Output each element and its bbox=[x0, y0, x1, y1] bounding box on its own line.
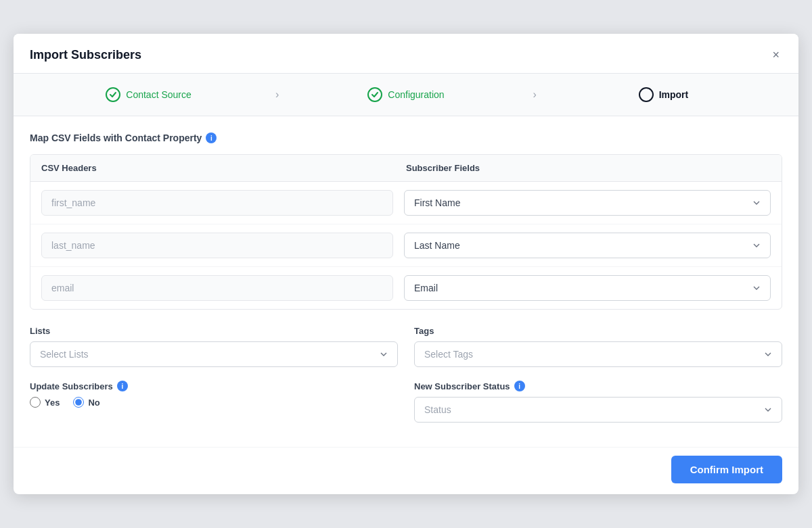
new-subscriber-status-label: New Subscriber Status i bbox=[414, 381, 782, 391]
tags-select[interactable]: Select Tags bbox=[414, 341, 782, 367]
lists-tags-section: Lists Select Lists Tags Select Tags bbox=[30, 326, 782, 367]
modal-title: Import Subscribers bbox=[30, 48, 141, 62]
tags-label: Tags bbox=[414, 326, 782, 336]
mapping-row-first-name: First Name Last Name Email bbox=[30, 182, 782, 224]
close-button[interactable]: × bbox=[769, 46, 782, 64]
lists-select[interactable]: Select Lists bbox=[30, 341, 398, 367]
mapping-row-last-name: First Name Last Name Email bbox=[30, 224, 782, 267]
mapping-info-icon[interactable]: i bbox=[206, 133, 217, 143]
import-subscribers-modal: Import Subscribers × Contact Source › Co… bbox=[14, 34, 798, 494]
csv-field-first-name bbox=[41, 190, 393, 216]
stepper: Contact Source › Configuration › Import bbox=[14, 74, 798, 116]
new-subscriber-status-info-icon[interactable]: i bbox=[514, 381, 525, 391]
radio-yes-text: Yes bbox=[45, 398, 60, 408]
update-subscribers-info-icon[interactable]: i bbox=[117, 381, 128, 391]
lists-label: Lists bbox=[30, 326, 398, 336]
mapping-row-email: First Name Last Name Email bbox=[30, 267, 782, 309]
update-subscribers-group: Update Subscribers i Yes No bbox=[30, 381, 398, 423]
mapping-table-header: CSV Headers Subscriber Fields bbox=[30, 155, 782, 182]
update-subscribers-label: Update Subscribers i bbox=[30, 381, 398, 391]
lists-group: Lists Select Lists bbox=[30, 326, 398, 367]
mapping-section-title: Map CSV Fields with Contact Property i bbox=[30, 133, 782, 143]
subscriber-field-last-name[interactable]: First Name Last Name Email bbox=[404, 233, 771, 258]
stepper-separator-2: › bbox=[525, 89, 545, 101]
new-subscriber-status-group: New Subscriber Status i Status bbox=[414, 381, 782, 423]
csv-field-last-name bbox=[41, 233, 393, 258]
radio-yes-label[interactable]: Yes bbox=[30, 397, 60, 408]
step-contact-source: Contact Source bbox=[30, 87, 267, 102]
subscriber-field-first-name[interactable]: First Name Last Name Email bbox=[404, 190, 771, 216]
radio-no-label[interactable]: No bbox=[73, 397, 99, 408]
configuration-check-icon bbox=[367, 87, 382, 102]
lists-select-wrapper: Select Lists bbox=[30, 341, 398, 367]
confirm-import-button[interactable]: Confirm Import bbox=[671, 456, 782, 483]
subscriber-field-email[interactable]: First Name Last Name Email bbox=[404, 275, 771, 301]
stepper-separator-1: › bbox=[267, 89, 287, 101]
modal-body: Map CSV Fields with Contact Property i C… bbox=[14, 116, 798, 447]
step-configuration-label: Configuration bbox=[388, 89, 444, 100]
subscriber-fields-label: Subscriber Fields bbox=[406, 163, 771, 173]
status-select-wrapper: Status bbox=[414, 397, 782, 423]
import-circle-icon bbox=[639, 87, 654, 102]
radio-no[interactable] bbox=[73, 397, 84, 408]
mapping-table: CSV Headers Subscriber Fields First Name… bbox=[30, 154, 782, 310]
step-contact-source-label: Contact Source bbox=[126, 89, 191, 100]
tags-group: Tags Select Tags bbox=[414, 326, 782, 367]
csv-headers-label: CSV Headers bbox=[41, 163, 406, 173]
update-status-section: Update Subscribers i Yes No New Subs bbox=[30, 381, 782, 423]
step-configuration: Configuration bbox=[287, 87, 524, 102]
step-import-label: Import bbox=[659, 89, 689, 100]
modal-header: Import Subscribers × bbox=[14, 34, 798, 74]
radio-no-text: No bbox=[88, 398, 99, 408]
contact-source-check-icon bbox=[106, 87, 120, 102]
modal-footer: Confirm Import bbox=[14, 447, 798, 494]
tags-select-wrapper: Select Tags bbox=[414, 341, 782, 367]
step-import: Import bbox=[545, 87, 782, 102]
update-subscribers-radio-group: Yes No bbox=[30, 397, 398, 413]
radio-yes[interactable] bbox=[30, 397, 41, 408]
status-select[interactable]: Status bbox=[414, 397, 782, 423]
csv-field-email bbox=[41, 275, 393, 301]
